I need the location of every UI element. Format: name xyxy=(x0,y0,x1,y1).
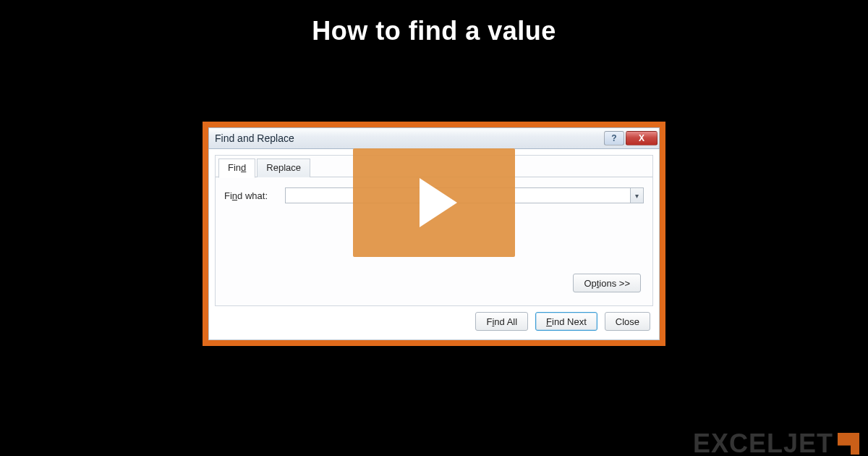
watermark-text: EXCELJET xyxy=(693,428,833,456)
play-icon xyxy=(420,178,457,227)
button-row: Find All Find Next Close xyxy=(215,306,653,334)
options-button-label: Options >> xyxy=(584,278,630,289)
titlebar: Find and Replace ? X xyxy=(208,127,660,149)
find-all-button[interactable]: Find All xyxy=(475,312,528,331)
page-title: How to find a value xyxy=(0,0,868,46)
tab-replace-label: Replace xyxy=(266,162,301,173)
options-button[interactable]: Options >> xyxy=(573,274,641,292)
find-next-label: Find Next xyxy=(546,316,587,327)
watermark-icon xyxy=(838,433,859,455)
find-next-button[interactable]: Find Next xyxy=(535,312,597,331)
window-close-button[interactable]: X xyxy=(626,131,658,145)
find-all-label: Find All xyxy=(486,316,517,327)
close-button[interactable]: Close xyxy=(605,312,650,331)
tab-find[interactable]: Find xyxy=(218,159,255,178)
close-label: Close xyxy=(616,316,639,327)
dropdown-arrow-icon[interactable]: ▾ xyxy=(630,188,643,203)
find-what-label: Find what: xyxy=(224,190,278,201)
help-button[interactable]: ? xyxy=(604,131,624,145)
play-button[interactable] xyxy=(353,148,515,257)
dialog-title: Find and Replace xyxy=(215,132,604,144)
tab-find-label: Find xyxy=(228,162,246,173)
watermark: EXCELJET xyxy=(693,428,859,456)
tab-replace[interactable]: Replace xyxy=(257,159,310,177)
